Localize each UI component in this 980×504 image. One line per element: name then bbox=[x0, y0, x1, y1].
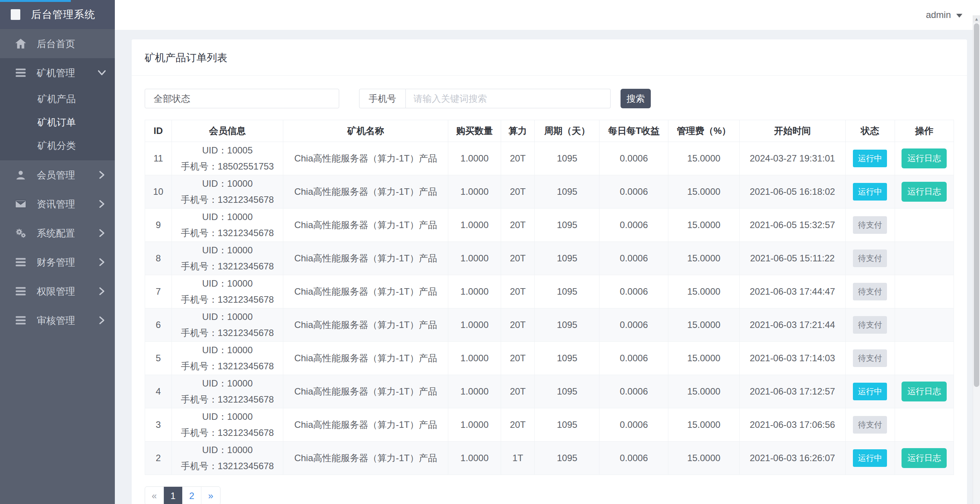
orders-table: ID会员信息矿机名称购买数量算力周期（天）每日每T收益管理费（%）开始时间状态操… bbox=[145, 120, 954, 475]
cell-member: UID：10000 手机号：13212345678 bbox=[172, 209, 283, 242]
bars-icon bbox=[14, 316, 27, 325]
cell-member: UID：10000 手机号：13212345678 bbox=[172, 442, 283, 475]
cell-fee: 15.0000 bbox=[668, 442, 740, 475]
cell-status: 待支付 bbox=[845, 308, 895, 342]
cell-power: 1T bbox=[501, 442, 535, 475]
run-log-button[interactable]: 运行日志 bbox=[902, 182, 947, 202]
member-uid: UID：10000 bbox=[172, 309, 283, 325]
sidebar-item-home[interactable]: 后台首页 bbox=[0, 29, 115, 58]
sidebar-item-system[interactable]: 系统配置 bbox=[0, 219, 115, 248]
bars-icon bbox=[14, 69, 27, 77]
cell-fee: 15.0000 bbox=[668, 209, 740, 242]
topbar: admin bbox=[115, 0, 980, 30]
cell-product: Chia高性能服务器（算力-1T）产品 bbox=[283, 175, 448, 209]
pagination-page-1[interactable]: 1 bbox=[164, 487, 183, 504]
member-uid: UID：10005 bbox=[172, 142, 283, 158]
table-row: 6 UID：10000 手机号：13212345678Chia高性能服务器（算力… bbox=[145, 308, 954, 342]
column-header: 会员信息 bbox=[172, 120, 283, 142]
member-phone: 手机号：13212345678 bbox=[172, 391, 283, 408]
vertical-scrollbar[interactable]: ▲ bbox=[973, 15, 980, 504]
sidebar-item-member[interactable]: 会员管理 bbox=[0, 160, 115, 189]
home-icon bbox=[14, 39, 27, 49]
member-uid: UID：10000 bbox=[172, 276, 283, 292]
sidebar-item-finance[interactable]: 财务管理 bbox=[0, 248, 115, 277]
cell-action bbox=[895, 342, 954, 375]
cell-fee: 15.0000 bbox=[668, 408, 740, 442]
cell-daily-income: 0.0006 bbox=[599, 308, 668, 342]
table-row: 5 UID：10000 手机号：13212345678Chia高性能服务器（算力… bbox=[145, 342, 954, 375]
member-uid: UID：10000 bbox=[172, 375, 283, 391]
app-root: 后台管理系统 后台首页矿机管理矿机产品矿机订单矿机分类会员管理资讯管理系统配置财… bbox=[0, 0, 980, 504]
cell-id: 2 bbox=[145, 442, 172, 475]
admin-user-menu[interactable]: admin bbox=[926, 10, 962, 20]
pagination-next[interactable]: » bbox=[201, 487, 220, 504]
run-log-button[interactable]: 运行日志 bbox=[902, 148, 947, 168]
cell-start-time: 2021-06-05 15:32:57 bbox=[740, 209, 846, 242]
cell-member: UID：10000 手机号：13212345678 bbox=[172, 408, 283, 442]
cell-cycle: 1095 bbox=[535, 442, 599, 475]
cell-product: Chia高性能服务器（算力-1T）产品 bbox=[283, 375, 448, 408]
scrollbar-thumb[interactable] bbox=[974, 23, 979, 387]
search-button[interactable]: 搜索 bbox=[621, 89, 651, 108]
cell-fee: 15.0000 bbox=[668, 175, 740, 209]
cell-product: Chia高性能服务器（算力-1T）产品 bbox=[283, 142, 448, 175]
cell-member: UID：10000 手机号：13212345678 bbox=[172, 308, 283, 342]
cell-daily-income: 0.0006 bbox=[599, 242, 668, 275]
pagination-page-2[interactable]: 2 bbox=[183, 487, 201, 504]
filter-bar: 全部状态 手机号 搜索 bbox=[145, 89, 954, 108]
cell-cycle: 1095 bbox=[535, 308, 599, 342]
sidebar-item-news[interactable]: 资讯管理 bbox=[0, 189, 115, 219]
member-phone: 手机号：13212345678 bbox=[172, 225, 283, 241]
cell-start-time: 2021-06-03 17:14:03 bbox=[740, 342, 846, 375]
table-row: 11 UID：10005 手机号：18502551753Chia高性能服务器（算… bbox=[145, 142, 954, 175]
envelope-icon bbox=[14, 200, 27, 208]
table-row: 10 UID：10000 手机号：13212345678Chia高性能服务器（算… bbox=[145, 175, 954, 209]
cell-qty: 1.0000 bbox=[448, 275, 501, 308]
sidebar-item-label: 财务管理 bbox=[37, 256, 75, 269]
sidebar-item-label: 后台首页 bbox=[37, 38, 75, 50]
chevron-down-icon bbox=[956, 14, 962, 18]
cell-status: 待支付 bbox=[845, 342, 895, 375]
cell-member: UID：10000 手机号：13212345678 bbox=[172, 242, 283, 275]
app-title: 后台管理系统 bbox=[31, 8, 95, 21]
sidebar-subitem[interactable]: 矿机订单 bbox=[0, 111, 115, 134]
chevron-right-icon bbox=[99, 316, 105, 325]
sidebar-subitem[interactable]: 矿机分类 bbox=[0, 134, 115, 157]
status-select-value: 全部状态 bbox=[154, 93, 190, 105]
cell-fee: 15.0000 bbox=[668, 142, 740, 175]
pagination-prev[interactable]: « bbox=[145, 487, 164, 504]
status-badge: 待支付 bbox=[853, 349, 887, 367]
cell-cycle: 1095 bbox=[535, 342, 599, 375]
cell-power: 20T bbox=[501, 275, 535, 308]
scrollbar-up-arrow-icon[interactable]: ▲ bbox=[973, 15, 980, 23]
cell-power: 20T bbox=[501, 342, 535, 375]
run-log-button[interactable]: 运行日志 bbox=[902, 382, 947, 401]
main-area: admin 矿机产品订单列表 全部状态 手机号 bbox=[115, 0, 980, 504]
cell-qty: 1.0000 bbox=[448, 242, 501, 275]
cell-daily-income: 0.0006 bbox=[599, 375, 668, 408]
cell-status: 运行中 bbox=[845, 142, 895, 175]
member-uid: UID：10000 bbox=[172, 209, 283, 225]
status-select[interactable]: 全部状态 bbox=[145, 89, 339, 108]
sidebar-item-permission[interactable]: 权限管理 bbox=[0, 277, 115, 306]
table-body: 11 UID：10005 手机号：18502551753Chia高性能服务器（算… bbox=[145, 142, 954, 475]
cell-qty: 1.0000 bbox=[448, 442, 501, 475]
sidebar-item-audit[interactable]: 审核管理 bbox=[0, 306, 115, 335]
member-phone: 手机号：13212345678 bbox=[172, 258, 283, 274]
keyword-input[interactable] bbox=[406, 89, 611, 108]
sidebar-subitem[interactable]: 矿机产品 bbox=[0, 87, 115, 111]
cell-qty: 1.0000 bbox=[448, 209, 501, 242]
cell-action: 运行日志 bbox=[895, 175, 954, 209]
pagination: «12» bbox=[145, 486, 220, 504]
cell-daily-income: 0.0006 bbox=[599, 342, 668, 375]
status-badge: 运行中 bbox=[853, 449, 887, 467]
cell-product: Chia高性能服务器（算力-1T）产品 bbox=[283, 308, 448, 342]
cell-status: 待支付 bbox=[845, 242, 895, 275]
cell-power: 20T bbox=[501, 175, 535, 209]
sidebar-item-mining[interactable]: 矿机管理 bbox=[0, 58, 115, 87]
member-uid: UID：10000 bbox=[172, 242, 283, 258]
cell-qty: 1.0000 bbox=[448, 342, 501, 375]
run-log-button[interactable]: 运行日志 bbox=[902, 448, 947, 468]
sidebar-item-label: 审核管理 bbox=[37, 314, 75, 327]
table-row: 8 UID：10000 手机号：13212345678Chia高性能服务器（算力… bbox=[145, 242, 954, 275]
